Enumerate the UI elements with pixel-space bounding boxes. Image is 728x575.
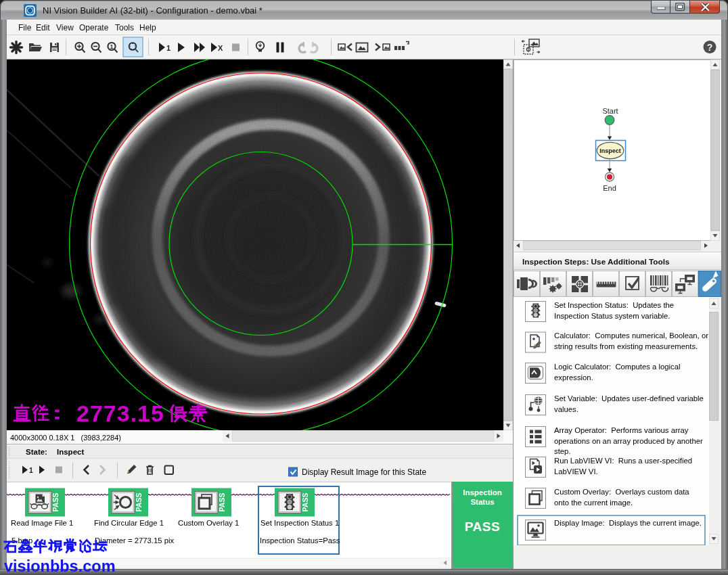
svg-text:Display Result Image for this: Display Result Image for this State (302, 467, 426, 477)
svg-text:PASS: PASS (51, 493, 60, 512)
svg-text:?: ? (707, 42, 713, 53)
svg-text:Find Circular Edge 1: Find Circular Edge 1 (94, 519, 164, 527)
svg-text:End: End (603, 184, 616, 192)
svg-text:Read Image File 1: Read Image File 1 (11, 519, 73, 527)
svg-text:1: 1 (29, 466, 33, 474)
svg-text:visionbbs.com: visionbbs.com (4, 557, 116, 575)
svg-text:Inspection Status=Pass: Inspection Status=Pass (260, 536, 340, 545)
svg-text:X: X (218, 44, 223, 52)
svg-text:PASS: PASS (301, 493, 309, 512)
svg-text:Custom Overlay 1: Custom Overlay 1 (178, 519, 239, 527)
svg-text:PASS: PASS (135, 493, 143, 512)
svg-text:PASS: PASS (218, 493, 226, 512)
svg-text:1: 1 (110, 43, 113, 50)
svg-text:Start: Start (602, 107, 618, 115)
svg-text:Inspect: Inspect (599, 147, 621, 154)
svg-text:Set Inspection Status 1: Set Inspection Status 1 (260, 519, 339, 527)
svg-text:1: 1 (166, 44, 170, 52)
svg-text:2773.15: 2773.15 (76, 400, 164, 426)
